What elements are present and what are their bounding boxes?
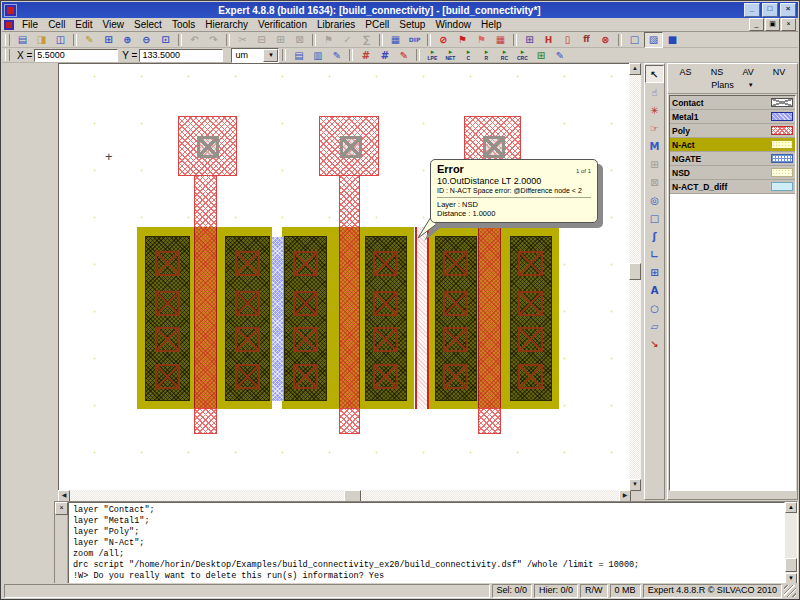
menu-edit[interactable]: Edit — [70, 18, 97, 31]
menu-select[interactable]: Select — [129, 18, 167, 31]
rectangle-tool[interactable]: □ — [645, 209, 664, 227]
menu-tools[interactable]: Tools — [167, 18, 200, 31]
menu-help[interactable]: Help — [476, 18, 507, 31]
ff-tool-icon[interactable]: ff — [577, 32, 596, 48]
layer-row-metal1[interactable]: Metal1 — [670, 110, 795, 124]
layer-row-poly[interactable]: Poly — [670, 124, 795, 138]
layer-swatch[interactable] — [771, 126, 793, 135]
x-coordinate-input[interactable] — [34, 49, 118, 62]
print-icon[interactable]: ▥ — [308, 47, 327, 63]
run-window-icon[interactable]: ⊞ — [531, 47, 550, 63]
layer-swatch[interactable] — [771, 154, 793, 163]
drc-flag-icon[interactable]: ⚑ — [472, 32, 491, 48]
run-r-button[interactable]: ▸R — [477, 48, 495, 62]
mdi-close-button[interactable]: × — [781, 18, 796, 31]
parallelogram-tool[interactable]: ▱ — [645, 317, 664, 335]
menu-pcell[interactable]: PCell — [360, 18, 394, 31]
net-probe-icon[interactable]: # — [356, 47, 375, 63]
notes-icon[interactable]: ✎ — [327, 47, 346, 63]
layer-row-ngate[interactable]: NGATE — [670, 152, 795, 166]
layer-swatch[interactable] — [771, 98, 793, 107]
drc-stop-icon[interactable]: ⊘ — [434, 32, 453, 48]
layer-swatch[interactable] — [771, 140, 793, 149]
panel-button-av[interactable]: AV — [740, 67, 755, 77]
menu-window[interactable]: Window — [430, 18, 476, 31]
open-file-icon[interactable]: ◨ — [32, 32, 51, 48]
menu-libraries[interactable]: Libraries — [312, 18, 360, 31]
drc-run-icon[interactable]: ⚑ — [453, 32, 472, 48]
layer-row-n-act_d_diff[interactable]: N-ACT_D_diff — [670, 180, 795, 194]
panel-button-ns[interactable]: NS — [709, 67, 726, 77]
mdi-restore-button[interactable]: ▣ — [765, 18, 780, 31]
layer-swatch[interactable] — [771, 182, 793, 191]
save-icon[interactable]: ◫ — [51, 32, 70, 48]
net-check-icon[interactable]: ▦ — [491, 32, 510, 48]
layer-swatch[interactable] — [771, 168, 793, 177]
menu-cell[interactable]: Cell — [43, 18, 70, 31]
panel-button-as[interactable]: AS — [678, 67, 694, 77]
scroll-up-icon[interactable]: ▲ — [629, 63, 641, 75]
new-file-icon[interactable]: ▤ — [13, 32, 32, 48]
point-hand-tool[interactable]: ☝ — [645, 83, 664, 101]
minimize-button[interactable]: _ — [744, 3, 760, 17]
layer-row-contact[interactable]: Contact — [670, 96, 795, 110]
layer-row-nsd[interactable]: NSD — [670, 166, 795, 180]
polyline-tool[interactable]: ʃ — [645, 227, 664, 245]
close-button[interactable]: × — [780, 3, 796, 17]
edit-script-icon[interactable]: ✎ — [550, 47, 569, 63]
maximize-button[interactable]: □ — [762, 3, 778, 17]
edit-pencil-icon[interactable]: ✎ — [80, 32, 99, 48]
find-error-icon[interactable]: ⊗ — [596, 32, 615, 48]
console-scroll-thumb[interactable] — [785, 558, 797, 572]
toolbar-grip[interactable] — [5, 49, 10, 61]
layer-row-n-act[interactable]: N-Act — [670, 138, 795, 152]
console-close-button[interactable]: × — [55, 502, 68, 515]
vertical-scroll-thumb[interactable] — [629, 263, 641, 280]
run-crc-button[interactable]: ▸CRC — [513, 48, 531, 62]
panel-button-nv[interactable]: NV — [771, 67, 788, 77]
zoom-out-icon[interactable]: ⊖ — [137, 32, 156, 48]
zoom-in-icon[interactable]: ⊕ — [118, 32, 137, 48]
dip-icon[interactable]: DIP — [405, 32, 424, 48]
node-probe-icon[interactable]: # — [375, 47, 394, 63]
run-rc-button[interactable]: ▸RC — [495, 48, 513, 62]
fill-hatch-icon[interactable]: ▨ — [644, 32, 663, 48]
menu-setup[interactable]: Setup — [394, 18, 430, 31]
resize-grip[interactable] — [784, 585, 796, 597]
polygon-tool[interactable]: ∟ — [645, 245, 664, 263]
layer-swatch[interactable] — [771, 112, 793, 121]
h-tool-icon[interactable]: H — [539, 32, 558, 48]
text-tool[interactable]: A — [645, 281, 664, 299]
run-lpe-button[interactable]: ▸LPE — [423, 48, 441, 62]
run-c-button[interactable]: ▸C — [459, 48, 477, 62]
document-icon[interactable] — [4, 20, 14, 30]
fill-solid-icon[interactable]: ■ — [663, 32, 682, 48]
gate-tool-icon[interactable]: ▯ — [558, 32, 577, 48]
ellipse-tool[interactable]: ○ — [645, 299, 664, 317]
scroll-up-icon[interactable]: ▲ — [785, 502, 797, 513]
select-tool[interactable]: ↖ — [645, 65, 664, 83]
dot-grid-icon[interactable]: ▦ — [386, 32, 405, 48]
plans-dropdown[interactable]: Plans ▼ — [668, 78, 797, 94]
extract-grid-icon[interactable]: ⊞ — [520, 32, 539, 48]
menu-file[interactable]: File — [17, 18, 43, 31]
menu-view[interactable]: View — [98, 18, 130, 31]
fill-empty-icon[interactable]: □ — [625, 32, 644, 48]
zoom-region-icon[interactable]: ⊡ — [156, 32, 175, 48]
console-log[interactable]: layer "Contact"; layer "Metal1"; layer "… — [68, 502, 785, 584]
menu-hierarchy[interactable]: Hierarchy — [200, 18, 253, 31]
window-grid-icon[interactable]: ⊞ — [99, 32, 118, 48]
y-coordinate-input[interactable] — [139, 49, 223, 62]
measure-tool[interactable]: M — [645, 137, 664, 155]
mdi-minimize-button[interactable]: _ — [749, 18, 764, 31]
toolbar-grip[interactable] — [5, 34, 10, 46]
console-scrollbar[interactable]: ▲ ▼ — [785, 502, 797, 584]
run-net-button[interactable]: ▸NET — [441, 48, 459, 62]
star-tool[interactable]: ✳ — [645, 101, 664, 119]
chevron-down-icon[interactable]: ▼ — [263, 49, 278, 62]
title-bar[interactable]: Expert 4.8.8 (build 1634): [build_connec… — [2, 2, 798, 18]
menu-verification[interactable]: Verification — [253, 18, 312, 31]
ruler-tool[interactable]: ↘ — [645, 335, 664, 353]
cell-instance-tool[interactable]: ⊞ — [645, 263, 664, 281]
donut-tool[interactable]: ◎ — [645, 191, 664, 209]
